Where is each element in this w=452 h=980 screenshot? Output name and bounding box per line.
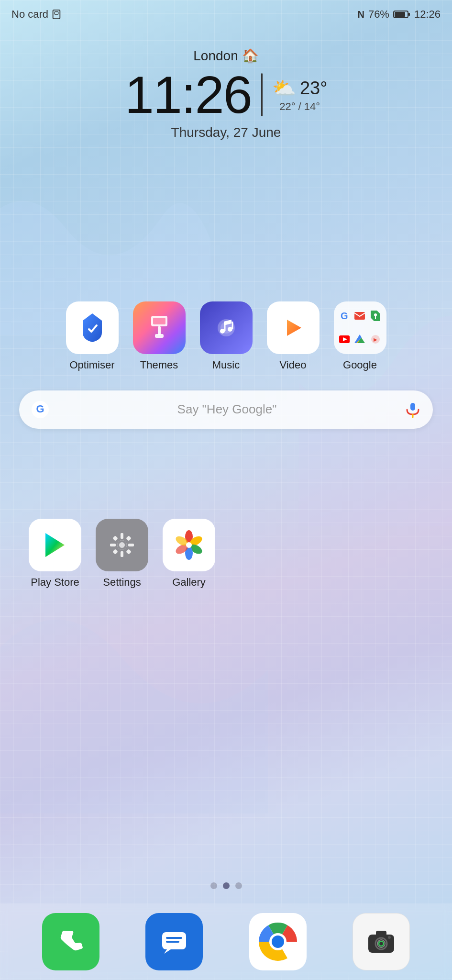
battery-percent: 76% bbox=[368, 8, 389, 21]
weather-icon: ⛅ bbox=[272, 77, 296, 100]
app-icon-google: G bbox=[334, 301, 386, 354]
svg-marker-31 bbox=[45, 533, 65, 557]
status-right: N 76% 12:26 bbox=[357, 8, 441, 21]
home-icon: 🏠 bbox=[242, 48, 259, 64]
gmail-icon bbox=[353, 305, 367, 327]
svg-rect-4 bbox=[408, 13, 410, 16]
app-item-gallery[interactable]: Gallery bbox=[163, 519, 215, 589]
weather-temp: 23° bbox=[300, 78, 327, 99]
app-icon-settings bbox=[96, 519, 148, 571]
app-item-music[interactable]: Music bbox=[200, 301, 253, 371]
app-label-themes: Themes bbox=[140, 359, 178, 371]
no-card-text: No card bbox=[11, 8, 48, 21]
dock-icon-chrome bbox=[249, 913, 307, 970]
messages-svg bbox=[157, 925, 191, 958]
video-svg bbox=[276, 311, 310, 345]
dock-icon-phone bbox=[42, 913, 99, 970]
svg-point-42 bbox=[119, 542, 125, 548]
playstore-svg bbox=[38, 528, 72, 562]
svg-text:G: G bbox=[36, 403, 44, 415]
google-g: G bbox=[338, 305, 352, 327]
svg-rect-40 bbox=[126, 549, 131, 555]
app-item-settings[interactable]: Settings bbox=[96, 519, 148, 589]
phone-svg bbox=[54, 925, 88, 958]
svg-rect-3 bbox=[395, 12, 405, 17]
clock-time: 11:26 bbox=[125, 68, 252, 121]
svg-marker-15 bbox=[287, 320, 301, 336]
app-item-google-folder[interactable]: G bbox=[334, 301, 386, 371]
svg-rect-33 bbox=[121, 533, 123, 539]
weather-block: ⛅ 23° 22° / 14° bbox=[272, 77, 327, 113]
app-item-playstore[interactable]: Play Store bbox=[29, 519, 81, 589]
google-extra-icon: ▶ bbox=[369, 329, 383, 350]
app-icon-playstore bbox=[29, 519, 81, 571]
page-indicators bbox=[0, 882, 452, 903]
app-label-video: Video bbox=[280, 359, 307, 371]
google-folder-grid: G bbox=[338, 305, 383, 350]
app-label-playstore: Play Store bbox=[31, 576, 79, 589]
search-placeholder: Say "Hey Google" bbox=[57, 402, 397, 417]
svg-rect-7 bbox=[158, 326, 161, 335]
svg-rect-29 bbox=[410, 403, 415, 411]
gallery-svg bbox=[172, 528, 206, 562]
app-item-optimiser[interactable]: Optimiser bbox=[66, 301, 119, 371]
nfc-icon-text: N bbox=[357, 9, 364, 20]
svg-rect-39 bbox=[126, 536, 131, 541]
date-label: Thursday, 27 June bbox=[171, 125, 281, 140]
svg-point-18 bbox=[374, 313, 377, 316]
page-dot-3[interactable] bbox=[235, 882, 242, 889]
divider bbox=[261, 73, 263, 116]
app-label-settings: Settings bbox=[103, 576, 141, 589]
app-label-google: Google bbox=[343, 359, 377, 371]
svg-rect-37 bbox=[112, 536, 118, 541]
svg-rect-1 bbox=[55, 12, 58, 15]
themes-svg bbox=[143, 311, 176, 345]
app-row-2: Play Store bbox=[0, 509, 452, 598]
app-item-video[interactable]: Video bbox=[267, 301, 320, 371]
svg-point-55 bbox=[272, 935, 284, 948]
page-dot-2[interactable] bbox=[223, 882, 230, 889]
page-dot-1[interactable] bbox=[210, 882, 217, 889]
svg-rect-36 bbox=[128, 544, 134, 546]
app-dock bbox=[0, 903, 452, 980]
svg-rect-6 bbox=[153, 318, 165, 324]
weather-icon-row: ⛅ 23° bbox=[272, 77, 327, 100]
google-logo: G bbox=[31, 400, 50, 419]
app-label-music: Music bbox=[212, 359, 240, 371]
battery-icon bbox=[393, 10, 410, 19]
music-svg bbox=[209, 311, 243, 345]
weather-range: 22° / 14° bbox=[279, 100, 320, 113]
status-bar: No card N 76% 12:26 bbox=[0, 0, 452, 29]
svg-text:▶: ▶ bbox=[374, 337, 377, 342]
settings-svg bbox=[105, 528, 139, 562]
dock-icon-camera bbox=[353, 913, 410, 970]
svg-point-49 bbox=[186, 542, 192, 548]
clock-row: 11:26 ⛅ 23° 22° / 14° bbox=[125, 68, 328, 121]
app-label-gallery: Gallery bbox=[172, 576, 206, 589]
optimiser-svg bbox=[76, 311, 109, 345]
app-label-optimiser: Optimiser bbox=[69, 359, 114, 371]
dock-item-chrome[interactable] bbox=[249, 913, 307, 970]
dock-item-camera[interactable] bbox=[353, 913, 410, 970]
dock-item-phone[interactable] bbox=[42, 913, 99, 970]
location-text: London bbox=[193, 48, 238, 64]
status-time: 12:26 bbox=[414, 8, 441, 21]
app-icon-optimiser bbox=[66, 301, 119, 354]
svg-rect-38 bbox=[112, 549, 118, 555]
camera-svg bbox=[364, 925, 398, 958]
app-icon-gallery bbox=[163, 519, 215, 571]
svg-point-60 bbox=[388, 936, 391, 939]
dock-item-messages[interactable] bbox=[145, 913, 203, 970]
app-row-1: Optimiser Themes bbox=[0, 292, 452, 381]
clock-widget: London 🏠 11:26 ⛅ 23° 22° / 14° Thursday,… bbox=[0, 38, 452, 150]
dock-icon-messages bbox=[145, 913, 203, 970]
youtube-icon bbox=[338, 329, 352, 350]
microphone-icon[interactable] bbox=[404, 401, 421, 418]
sim-icon bbox=[51, 9, 62, 20]
google-search-bar[interactable]: G Say "Hey Google" bbox=[19, 390, 433, 429]
location-label: London 🏠 bbox=[193, 48, 258, 64]
maps-icon bbox=[369, 305, 383, 327]
app-item-themes[interactable]: Themes bbox=[133, 301, 186, 371]
app-icon-themes bbox=[133, 301, 186, 354]
svg-rect-34 bbox=[121, 551, 123, 557]
